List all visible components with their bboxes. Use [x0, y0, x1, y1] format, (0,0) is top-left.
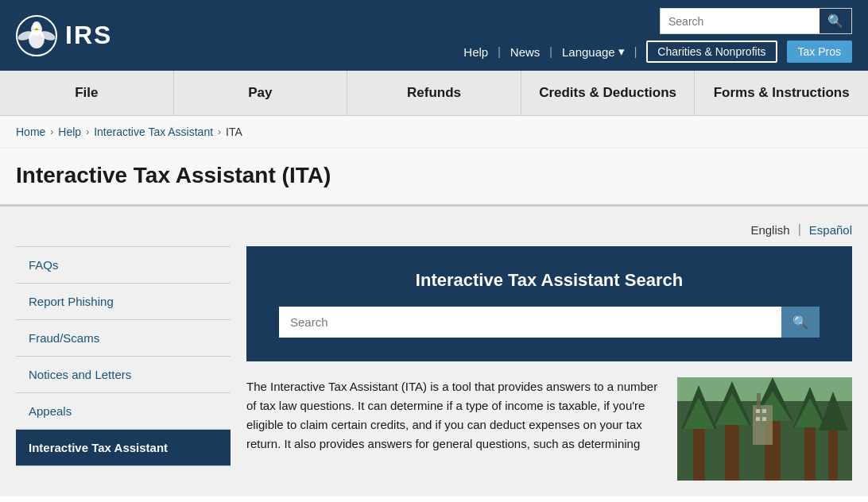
nav-item-refunds[interactable]: Refunds — [347, 71, 521, 115]
site-header: IRS 🔍 Help | News | Language ▾ | Chariti… — [0, 0, 868, 71]
ita-search-input[interactable] — [279, 307, 781, 337]
header-search-button[interactable]: 🔍 — [820, 9, 851, 33]
breadcrumb-home[interactable]: Home — [16, 126, 45, 138]
description-image-row: The Interactive Tax Assistant (ITA) is a… — [246, 377, 852, 481]
description-text: The Interactive Tax Assistant (ITA) is a… — [246, 377, 665, 481]
nav-separator-1: | — [498, 45, 501, 58]
side-image — [677, 377, 852, 481]
lang-current: English — [750, 223, 789, 237]
svg-rect-21 — [828, 427, 838, 481]
help-link[interactable]: Help — [463, 45, 488, 59]
header-search-input[interactable] — [661, 9, 820, 33]
nav-item-pay[interactable]: Pay — [174, 71, 348, 115]
espanol-link[interactable]: Español — [809, 223, 852, 237]
svg-rect-12 — [725, 421, 739, 481]
tax-pros-button[interactable]: Tax Pros — [787, 41, 852, 63]
breadcrumb-sep-1: › — [50, 126, 53, 137]
svg-rect-27 — [756, 417, 760, 421]
nav-separator-3: | — [634, 45, 637, 58]
language-switcher: English | Español — [16, 222, 852, 246]
nav-separator-2: | — [549, 45, 552, 58]
svg-rect-9 — [693, 425, 705, 481]
svg-rect-24 — [757, 393, 761, 409]
main-wrapper: English | Español FAQs Report Phishing F… — [0, 207, 868, 496]
ita-search-box: Interactive Tax Assistant Search 🔍 — [246, 246, 852, 361]
sidebar-item-report-phishing[interactable]: Report Phishing — [16, 284, 231, 320]
svg-rect-28 — [762, 417, 766, 421]
breadcrumb-ita-link[interactable]: Interactive Tax Assistant — [94, 126, 213, 138]
language-chevron-icon: ▾ — [618, 44, 625, 59]
breadcrumb-sep-2: › — [86, 126, 89, 137]
breadcrumb-help[interactable]: Help — [58, 126, 81, 138]
main-content: Interactive Tax Assistant Search 🔍 The I… — [231, 246, 852, 496]
sidebar-item-faqs[interactable]: FAQs — [16, 246, 231, 284]
svg-rect-18 — [804, 423, 816, 481]
lang-separator: | — [798, 222, 801, 237]
top-nav: Help | News | Language ▾ | Charities & N… — [463, 41, 852, 63]
content-area: FAQs Report Phishing Fraud/Scams Notices… — [16, 246, 852, 496]
irs-logo-text: IRS — [65, 21, 112, 50]
ita-search-button[interactable]: 🔍 — [781, 307, 820, 338]
news-link[interactable]: News — [510, 45, 541, 59]
ita-search-title: Interactive Tax Assistant Search — [270, 270, 828, 291]
nav-item-credits[interactable]: Credits & Deductions — [521, 71, 696, 115]
charities-button[interactable]: Charities & Nonprofits — [646, 41, 777, 63]
breadcrumb-current: ITA — [226, 126, 242, 138]
irs-eagle-icon — [16, 15, 57, 56]
sidebar-item-notices-letters[interactable]: Notices and Letters — [16, 357, 231, 393]
svg-rect-26 — [762, 409, 766, 413]
sidebar-item-fraud-scams[interactable]: Fraud/Scams — [16, 320, 231, 357]
search-wrapper: 🔍 — [660, 8, 852, 34]
language-label: Language — [562, 45, 615, 59]
sidebar: FAQs Report Phishing Fraud/Scams Notices… — [16, 246, 231, 496]
svg-rect-25 — [756, 409, 760, 413]
page-title: Interactive Tax Assistant (ITA) — [16, 163, 852, 188]
page-title-area: Interactive Tax Assistant (ITA) — [0, 149, 868, 207]
logo-area: IRS — [16, 15, 112, 56]
sidebar-item-appeals[interactable]: Appeals — [16, 393, 231, 430]
side-image-svg — [677, 377, 852, 481]
language-button[interactable]: Language ▾ — [562, 44, 625, 59]
header-right: 🔍 Help | News | Language ▾ | Charities &… — [463, 8, 852, 63]
main-navigation: File Pay Refunds Credits & Deductions Fo… — [0, 71, 868, 116]
ita-search-input-wrapper: 🔍 — [279, 307, 820, 338]
nav-item-forms[interactable]: Forms & Instructions — [695, 71, 868, 115]
breadcrumb-sep-3: › — [218, 126, 221, 137]
breadcrumb: Home › Help › Interactive Tax Assistant … — [0, 116, 868, 149]
nav-item-file[interactable]: File — [0, 71, 174, 115]
sidebar-item-ita[interactable]: Interactive Tax Assistant — [16, 430, 231, 466]
